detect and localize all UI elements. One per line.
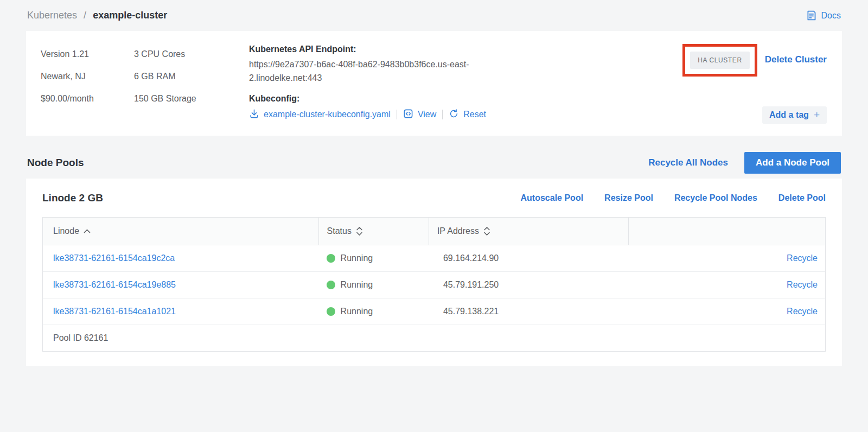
node-action-cell: Recycle: [628, 253, 825, 263]
recycle-node-link[interactable]: Recycle: [787, 280, 818, 289]
recycle-node-link[interactable]: Recycle: [787, 253, 818, 263]
breadcrumb-kubernetes-link[interactable]: Kubernetes: [27, 10, 77, 21]
recycle-pool-nodes-link[interactable]: Recycle Pool Nodes: [674, 193, 757, 203]
status-column-label: Status: [327, 226, 352, 236]
kubeconfig-download-link[interactable]: example-cluster-kubeconfig.yaml: [249, 109, 391, 121]
node-pools-header: Node Pools Recycle All Nodes Add a Node …: [27, 152, 841, 174]
red-highlight-box: HA CLUSTER: [682, 44, 757, 77]
table-row: lke38731-62161-6154ca19e885 Running 45.7…: [43, 271, 825, 298]
node-status-cell: Running: [318, 307, 429, 316]
spec-column-1: Version 1.21 Newark, NJ $90.00/month: [41, 43, 134, 124]
kubeconfig-view-link[interactable]: View: [403, 109, 436, 121]
node-name-cell: lke38731-62161-6154ca19c2ca: [43, 253, 318, 263]
node-name-cell: lke38731-62161-6154ca1a1021: [43, 307, 318, 316]
cluster-ram: 6 GB RAM: [134, 65, 249, 87]
node-pools-actions: Recycle All Nodes Add a Node Pool: [648, 152, 841, 174]
topbar: Kubernetes / example-cluster Docs: [26, 0, 842, 31]
reset-icon: [449, 109, 459, 121]
kubeconfig-label: Kubeconfig:: [249, 94, 652, 104]
docs-link[interactable]: Docs: [806, 10, 841, 21]
resize-pool-link[interactable]: Resize Pool: [604, 193, 653, 203]
delete-pool-link[interactable]: Delete Pool: [778, 193, 826, 203]
status-running-icon: [327, 307, 335, 316]
column-header-status[interactable]: Status: [318, 218, 429, 245]
pool-header: Linode 2 GB Autoscale Pool Resize Pool R…: [42, 179, 826, 217]
kubernetes-cluster-detail-page: Kubernetes / example-cluster Docs Versio…: [0, 0, 868, 366]
code-icon: [403, 109, 413, 121]
ip-column-label: IP Address: [437, 226, 479, 236]
node-link[interactable]: lke38731-62161-6154ca1a1021: [53, 307, 176, 316]
status-text: Running: [341, 280, 373, 290]
cluster-summary-panel: Version 1.21 Newark, NJ $90.00/month 3 C…: [26, 31, 842, 136]
ha-row: HA CLUSTER Delete Cluster: [682, 43, 827, 77]
summary-right-column: HA CLUSTER Delete Cluster Add a tag +: [652, 43, 827, 124]
add-tag-label: Add a tag: [769, 110, 809, 120]
api-endpoint-url: https://9e2a7307-b6ac-408f-ba62-9483b0b3…: [249, 58, 490, 85]
pool-panel: Linode 2 GB Autoscale Pool Resize Pool R…: [26, 179, 842, 366]
cluster-version: Version 1.21: [41, 43, 134, 65]
node-ip-cell: 45.79.191.250: [429, 280, 628, 290]
column-header-ip-address[interactable]: IP Address: [429, 218, 628, 245]
breadcrumb: Kubernetes / example-cluster: [27, 10, 167, 21]
sort-both-icon: [356, 227, 363, 236]
download-icon: [249, 109, 259, 121]
pool-actions: Autoscale Pool Resize Pool Recycle Pool …: [521, 193, 826, 203]
status-running-icon: [327, 281, 335, 289]
delete-cluster-link[interactable]: Delete Cluster: [765, 54, 827, 65]
status-text: Running: [341, 307, 373, 316]
reset-label: Reset: [463, 110, 486, 119]
docs-icon: [806, 10, 817, 21]
node-action-cell: Recycle: [628, 307, 825, 316]
node-status-cell: Running: [318, 280, 429, 290]
breadcrumb-cluster-name: example-cluster: [93, 10, 167, 21]
table-row: lke38731-62161-6154ca19c2ca Running 69.1…: [43, 245, 825, 271]
divider: [442, 110, 443, 119]
endpoint-block: Kubernetes API Endpoint: https://9e2a730…: [249, 43, 652, 124]
node-name-cell: lke38731-62161-6154ca19e885: [43, 280, 318, 290]
ha-cluster-badge: HA CLUSTER: [690, 52, 749, 69]
status-text: Running: [341, 253, 373, 263]
cluster-price: $90.00/month: [41, 87, 134, 110]
breadcrumb-separator: /: [84, 10, 86, 21]
node-link[interactable]: lke38731-62161-6154ca19c2ca: [53, 253, 175, 263]
sort-both-icon: [483, 227, 490, 236]
divider: [397, 110, 397, 119]
kubeconfig-actions: example-cluster-kubeconfig.yaml View: [249, 109, 652, 121]
recycle-node-link[interactable]: Recycle: [787, 307, 818, 316]
node-status-cell: Running: [318, 253, 429, 263]
column-header-linode[interactable]: Linode: [43, 218, 318, 245]
kubeconfig-filename: example-cluster-kubeconfig.yaml: [264, 110, 391, 119]
spec-column-2: 3 CPU Cores 6 GB RAM 150 GB Storage: [134, 43, 249, 124]
node-ip-cell: 45.79.138.221: [429, 307, 628, 316]
node-pools-title: Node Pools: [27, 157, 84, 169]
cluster-cpu: 3 CPU Cores: [134, 43, 249, 65]
recycle-all-nodes-link[interactable]: Recycle All Nodes: [648, 157, 728, 168]
node-table: Linode Status IP Address: [42, 217, 826, 352]
node-link[interactable]: lke38731-62161-6154ca19e885: [53, 280, 176, 289]
view-label: View: [418, 110, 436, 119]
node-ip-cell: 69.164.214.90: [429, 253, 628, 263]
column-header-actions: [628, 218, 825, 245]
pool-id-footer: Pool ID 62161: [43, 325, 825, 351]
plus-icon: +: [814, 111, 820, 119]
cluster-storage: 150 GB Storage: [134, 87, 249, 110]
kubeconfig-reset-link[interactable]: Reset: [449, 109, 486, 121]
table-header-row: Linode Status IP Address: [43, 218, 825, 245]
pool-name: Linode 2 GB: [42, 192, 103, 204]
api-endpoint-label: Kubernetes API Endpoint:: [249, 45, 652, 54]
status-running-icon: [327, 254, 335, 263]
cluster-region: Newark, NJ: [41, 65, 134, 87]
autoscale-pool-link[interactable]: Autoscale Pool: [521, 193, 584, 203]
add-node-pool-button[interactable]: Add a Node Pool: [744, 152, 841, 174]
node-action-cell: Recycle: [628, 280, 825, 290]
table-row: lke38731-62161-6154ca1a1021 Running 45.7…: [43, 298, 825, 325]
sort-ascending-icon: [84, 229, 91, 233]
add-tag-button[interactable]: Add a tag +: [762, 106, 827, 124]
linode-column-label: Linode: [53, 226, 79, 236]
docs-label: Docs: [821, 11, 841, 21]
